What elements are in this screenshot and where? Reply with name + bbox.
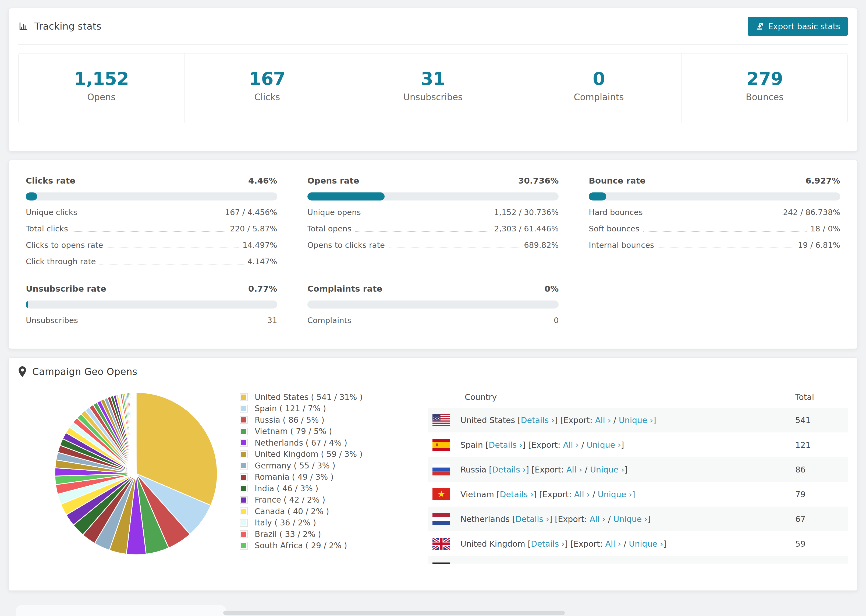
total-cell: 86 xyxy=(795,465,848,475)
progress-bar-fill xyxy=(26,192,37,201)
details-link[interactable]: Details › xyxy=(489,440,523,449)
legend-item: France ( 42 / 2% ) xyxy=(240,496,428,504)
geo-table-row: Russia [Details ›] [Export: All › / Uniq… xyxy=(428,457,848,482)
legend-swatch xyxy=(240,542,248,550)
details-link[interactable]: Details › xyxy=(492,465,526,475)
legend-swatch xyxy=(240,519,248,527)
summary-stat: 31Unsubscribes xyxy=(350,53,516,123)
legend-label: Spain ( 121 / 7% ) xyxy=(255,404,326,413)
detail-value: 18 / 0% xyxy=(810,224,840,233)
export-unique-link[interactable]: Unique › xyxy=(629,539,663,548)
rate-detail-row: Complaints0 xyxy=(307,316,559,325)
stat-label: Clicks xyxy=(184,92,350,102)
detail-label: Click through rate xyxy=(26,257,96,266)
total-cell: 59 xyxy=(795,539,848,548)
detail-label: Unique clicks xyxy=(26,208,77,217)
legend-item: Spain ( 121 / 7% ) xyxy=(240,404,428,413)
legend-label: Vietnam ( 79 / 5% ) xyxy=(255,427,332,436)
rate-title: Clicks rate xyxy=(26,176,75,185)
country-cell: Vietnam [Details ›] [Export: All › / Uni… xyxy=(460,490,795,499)
export-unique-link[interactable]: Unique › xyxy=(590,465,624,475)
legend-label: France ( 42 / 2% ) xyxy=(255,495,325,504)
legend-item: Italy ( 36 / 2% ) xyxy=(240,519,428,527)
detail-label: Soft bounces xyxy=(589,224,639,233)
export-unique-link[interactable]: Unique › xyxy=(613,514,647,524)
rate-value: 0.77% xyxy=(248,284,277,294)
detail-value: 2,303 / 61.446% xyxy=(494,224,559,233)
legend-item: South Africa ( 29 / 2% ) xyxy=(240,542,428,550)
column-header-total: Total xyxy=(795,392,848,402)
legend-label: Germany ( 55 / 3% ) xyxy=(255,461,335,470)
country-flag-icon xyxy=(433,464,450,475)
geo-table-row: United Kingdom [Details ›] [Export: All … xyxy=(428,531,848,556)
rate-title: Bounce rate xyxy=(589,176,646,185)
legend-swatch xyxy=(240,496,248,504)
legend-swatch xyxy=(240,530,248,538)
stat-value: 1,152 xyxy=(19,69,184,89)
progress-bar-track xyxy=(26,300,277,308)
legend-label: South Africa ( 29 / 2% ) xyxy=(255,541,347,550)
rates-panel: Clicks rate4.46%Unique clicks167 / 4.456… xyxy=(8,160,858,349)
dotted-leader xyxy=(355,231,490,232)
page-title: Tracking stats xyxy=(35,21,101,32)
export-all-link[interactable]: All › xyxy=(567,465,582,475)
progress-bar-fill xyxy=(307,192,384,201)
legend-item: Canada ( 40 / 2% ) xyxy=(240,507,428,515)
detail-label: Clicks to opens rate xyxy=(26,240,103,250)
campaign-geo-opens-panel: Campaign Geo Opens United States ( 541 /… xyxy=(8,357,858,591)
details-link[interactable]: Details › xyxy=(521,415,554,425)
country-cell: United Kingdom [Details ›] [Export: All … xyxy=(460,539,795,548)
stat-label: Bounces xyxy=(682,92,847,102)
rate-value: 6.927% xyxy=(806,176,840,185)
country-flag-icon xyxy=(433,414,450,426)
geo-table-row: United States [Details ›] [Export: All ›… xyxy=(428,408,848,432)
export-unique-link[interactable]: Unique › xyxy=(587,440,621,449)
geo-body: United States ( 541 / 31% )Spain ( 121 /… xyxy=(9,386,857,564)
country-flag-icon xyxy=(433,538,450,550)
geo-table-row: Vietnam [Details ›] [Export: All › / Uni… xyxy=(428,482,848,507)
details-link[interactable]: Details › xyxy=(531,539,565,548)
geo-table-row: Germany [Details ›] [Export: All › / Uni… xyxy=(428,556,848,564)
dotted-leader xyxy=(389,248,520,248)
detail-label: Opens to clicks rate xyxy=(307,240,385,250)
legend-swatch xyxy=(240,427,248,435)
legend-item: Vietnam ( 79 / 5% ) xyxy=(240,427,428,436)
export-all-link[interactable]: All › xyxy=(589,514,605,524)
geo-table-row: Spain [Details ›] [Export: All › / Uniqu… xyxy=(428,432,848,457)
stat-value: 167 xyxy=(184,69,350,89)
legend-item: United States ( 541 / 31% ) xyxy=(240,393,428,401)
export-all-link[interactable]: All › xyxy=(563,440,579,449)
legend-label: Italy ( 36 / 2% ) xyxy=(255,518,316,527)
legend-label: United Kingdom ( 59 / 3% ) xyxy=(255,449,362,459)
detail-value: 220 / 5.87% xyxy=(230,224,277,233)
summary-stat: 167Clicks xyxy=(184,53,350,123)
rates-grid: Clicks rate4.46%Unique clicks167 / 4.456… xyxy=(26,176,840,325)
country-cell: United States [Details ›] [Export: All ›… xyxy=(460,415,795,425)
legend-swatch xyxy=(240,473,248,481)
export-basic-stats-button[interactable]: Export basic stats xyxy=(748,17,848,36)
export-all-link[interactable]: All › xyxy=(574,490,590,499)
export-button-label: Export basic stats xyxy=(768,22,840,31)
details-link[interactable]: Details › xyxy=(515,514,549,524)
export-unique-link[interactable]: Unique › xyxy=(619,415,653,425)
rate-detail-row: Soft bounces18 / 0% xyxy=(589,224,840,233)
stat-label: Opens xyxy=(19,92,184,102)
pie-slice[interactable] xyxy=(136,392,136,473)
rate-title: Complaints rate xyxy=(307,284,383,294)
detail-label: Unique opens xyxy=(307,208,361,217)
legend-item: Netherlands ( 67 / 4% ) xyxy=(240,438,428,447)
legend-swatch xyxy=(240,508,248,515)
country-flag-icon xyxy=(433,488,450,500)
export-all-link[interactable]: All › xyxy=(605,539,621,548)
export-all-link[interactable]: All › xyxy=(595,415,611,425)
dotted-leader xyxy=(107,248,239,248)
detail-value: 1,152 / 30.736% xyxy=(494,208,559,217)
horizontal-scrollbar[interactable] xyxy=(223,611,565,615)
rate-block: Opens rate30.736%Unique opens1,152 / 30.… xyxy=(307,176,559,266)
stat-label: Complaints xyxy=(516,92,682,102)
export-unique-link[interactable]: Unique › xyxy=(598,490,632,499)
rate-block: Bounce rate6.927%Hard bounces242 / 86.73… xyxy=(589,176,840,266)
legend-item: Brazil ( 33 / 2% ) xyxy=(240,530,428,538)
details-link[interactable]: Details › xyxy=(500,490,534,499)
total-cell: 541 xyxy=(795,415,848,425)
